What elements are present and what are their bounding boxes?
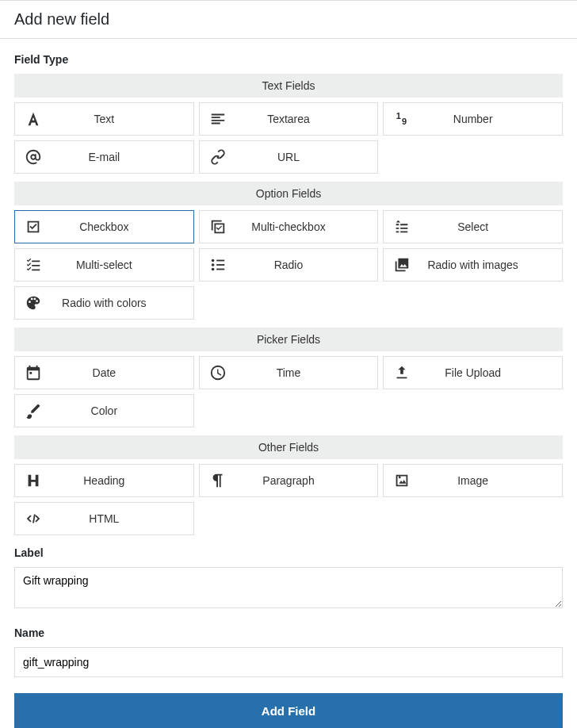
field-type-radio-colors[interactable]: Radio with colors <box>14 286 194 320</box>
pilcrow-icon <box>200 472 236 489</box>
field-type-label: Color <box>52 404 193 417</box>
page-title: Add new field <box>0 0 577 39</box>
field-type-number[interactable]: Number <box>383 102 563 136</box>
field-type-select[interactable]: Select <box>383 210 563 243</box>
image-icon <box>384 472 420 489</box>
label-field-label: Label <box>14 546 563 559</box>
field-type-url[interactable]: URL <box>199 140 379 174</box>
calendar-icon <box>15 364 52 381</box>
select-icon <box>384 218 420 236</box>
images-icon <box>384 256 420 274</box>
field-type-label: Radio with images <box>420 259 562 271</box>
field-type-radio[interactable]: Radio <box>199 248 379 282</box>
field-type-image[interactable]: Image <box>383 464 563 497</box>
field-type-color[interactable]: Color <box>14 394 194 427</box>
field-type-label: Time <box>236 366 378 379</box>
section-header: Other Fields <box>14 435 563 459</box>
field-type-label: Number <box>420 113 562 125</box>
field-type-date[interactable]: Date <box>14 356 194 389</box>
multi-checkbox-icon <box>200 218 236 236</box>
brush-icon <box>15 402 52 420</box>
field-type-label: Radio <box>236 259 378 271</box>
upload-icon <box>384 364 420 381</box>
palette-icon <box>15 294 52 312</box>
multi-select-icon <box>15 256 52 274</box>
field-type-label: Checkbox <box>52 220 193 233</box>
field-type-textarea[interactable]: Textarea <box>199 102 379 136</box>
field-type-label: Radio with colors <box>52 297 193 309</box>
field-type-label: Paragraph <box>236 474 378 487</box>
field-type-email[interactable]: E-mail <box>14 140 194 174</box>
checkbox-icon <box>15 218 52 236</box>
clock-icon <box>200 364 236 381</box>
field-type-label: HTML <box>52 512 193 525</box>
at-icon <box>15 148 52 166</box>
link-icon <box>200 148 236 166</box>
align-left-icon <box>200 110 236 128</box>
field-type-html[interactable]: HTML <box>14 502 194 535</box>
field-type-label: Image <box>420 474 562 487</box>
field-type-file-upload[interactable]: File Upload <box>383 356 563 389</box>
section-header: Option Fields <box>14 182 563 205</box>
field-type-checkbox[interactable]: Checkbox <box>14 210 194 243</box>
field-type-heading[interactable]: Heading <box>14 464 194 497</box>
section-header: Text Fields <box>14 74 563 98</box>
field-type-paragraph[interactable]: Paragraph <box>199 464 379 497</box>
field-type-label: Field Type <box>14 53 563 66</box>
field-type-text[interactable]: Text <box>14 102 194 136</box>
add-field-button[interactable]: Add Field <box>14 693 563 728</box>
field-type-radio-images[interactable]: Radio with images <box>383 248 563 282</box>
name-field-label: Name <box>14 626 563 639</box>
code-icon <box>15 510 52 527</box>
field-type-label: Multi-select <box>52 259 193 271</box>
field-type-label: Text <box>52 113 193 125</box>
heading-icon <box>15 472 52 489</box>
field-type-label: Date <box>52 366 193 379</box>
field-type-label: E-mail <box>52 151 193 163</box>
field-type-label: Heading <box>52 474 193 487</box>
name-input[interactable] <box>14 647 563 677</box>
field-type-label: URL <box>236 151 378 163</box>
font-icon <box>15 110 52 128</box>
label-input[interactable] <box>14 567 563 608</box>
radio-icon <box>200 256 236 274</box>
field-type-label: Multi-checkbox <box>236 220 378 233</box>
section-header: Picker Fields <box>14 328 563 351</box>
field-type-multi-select[interactable]: Multi-select <box>14 248 194 282</box>
field-type-time[interactable]: Time <box>199 356 379 389</box>
field-type-label: Select <box>420 220 562 233</box>
number-icon <box>384 110 420 128</box>
field-type-multi-checkbox[interactable]: Multi-checkbox <box>199 210 379 243</box>
field-type-label: Textarea <box>236 113 378 125</box>
field-type-label: File Upload <box>420 366 562 379</box>
